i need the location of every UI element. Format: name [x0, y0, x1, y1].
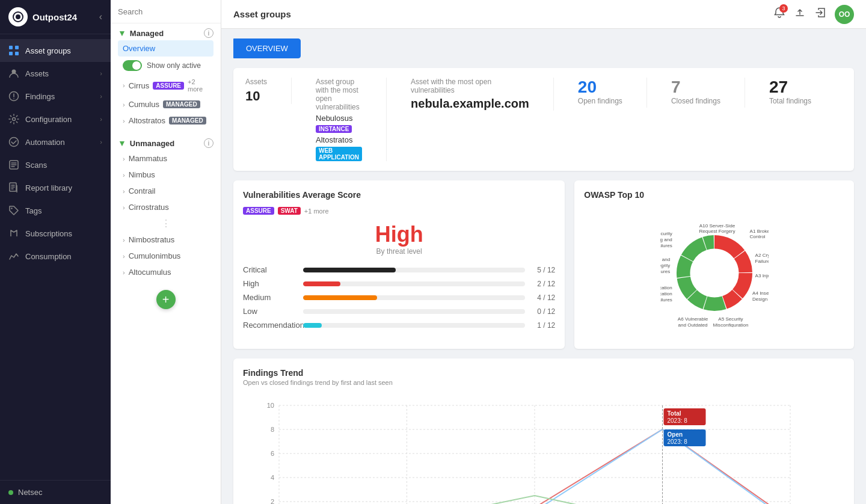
unmanaged-info-icon[interactable]: i — [204, 138, 213, 148]
cumulonimbus-expand-icon: › — [123, 253, 125, 260]
bar-track — [303, 281, 525, 286]
trend-chart-area: 024681020202021202220232024Total2023: 8O… — [243, 393, 844, 504]
sidebar-item-subscriptions[interactable]: Subscriptions — [0, 222, 111, 245]
sidebar: Outpost24 ‹ Asset groups Assets › — [0, 0, 111, 504]
findings-icon — [8, 91, 19, 102]
add-group-button[interactable]: + — [156, 290, 176, 309]
app-logo: Outpost24 ‹ — [0, 0, 111, 34]
stats-row: Assets 10 Asset group with the most open… — [233, 68, 854, 171]
panel-item-cirrus-name: Cirrus — [129, 81, 150, 90]
trend-card: Findings Trend Open vs closed findings t… — [233, 358, 854, 504]
cumulus-managed-tag: MANAGED — [163, 100, 200, 108]
total-findings-value: 27 — [769, 78, 811, 97]
most-open-host: nebula.example.com — [411, 97, 529, 111]
sidebar-item-asset-groups[interactable]: Asset groups — [0, 39, 111, 62]
svg-text:Control: Control — [749, 234, 765, 239]
owasp-card: OWASP Top 10 A10 Server-SideRequest Forg… — [574, 180, 854, 349]
managed-info-icon[interactable]: i — [204, 28, 213, 38]
bar-count: 2 / 12 — [531, 280, 555, 288]
panel-item-overview[interactable]: Overview — [118, 40, 213, 57]
sidebar-bottom[interactable]: Netsec — [0, 480, 111, 504]
sidebar-collapse-button[interactable]: ‹ — [99, 11, 102, 22]
stat-most-open-asset: Asset with the most open vulnerabilities… — [411, 78, 554, 111]
panel-item-cumulonimbus[interactable]: › Cumulonimbus — [118, 248, 213, 264]
stat-assets: Assets 10 — [245, 78, 292, 104]
bar-count: 5 / 12 — [531, 266, 555, 274]
vuln-score-level: High — [243, 222, 555, 247]
user-avatar[interactable]: OO — [835, 5, 854, 24]
closed-findings-value: 7 — [671, 78, 720, 97]
main-area: Asset groups 3 OO OVERVIEW Assets 10 — [221, 0, 866, 504]
topbar: Asset groups 3 OO — [221, 0, 866, 29]
sidebar-item-assets[interactable]: Assets › — [0, 62, 111, 85]
configuration-arrow-icon: › — [100, 115, 102, 123]
sidebar-bottom-label: Netsec — [18, 488, 42, 497]
panel-item-nimbus[interactable]: › Nimbus — [118, 167, 213, 183]
bar-track — [303, 309, 525, 314]
cirrus-more-link[interactable]: +2 more — [188, 78, 209, 93]
panel-item-contrail[interactable]: › Contrail — [118, 183, 213, 199]
unmanaged-section-header[interactable]: ▼ Unmanaged i — [118, 138, 213, 148]
vuln-tag-more[interactable]: +1 more — [304, 207, 329, 215]
sidebar-item-findings[interactable]: Findings › — [0, 85, 111, 108]
sidebar-item-automation[interactable]: Automation › — [0, 131, 111, 153]
assets-value: 10 — [245, 88, 267, 104]
panel-item-altocumulus[interactable]: › Altocumulus — [118, 264, 213, 280]
svg-text:Logging and: Logging and — [660, 237, 672, 242]
svg-text:A4 Insecure: A4 Insecure — [752, 290, 769, 296]
vuln-tag-assure[interactable]: ASSURE — [243, 207, 274, 215]
panel-item-overview-label: Overview — [123, 44, 155, 53]
unmanaged-section-label: Unmanaged — [130, 139, 174, 148]
scans-icon — [8, 159, 19, 170]
sidebar-item-label-subscriptions: Subscriptions — [25, 229, 102, 238]
svg-rect-4 — [9, 52, 13, 55]
bar-fill — [303, 268, 396, 272]
vuln-group-tags2: Altostratos WEB APPLICATION — [316, 135, 362, 161]
managed-section-header[interactable]: ▼ Managed i — [118, 28, 213, 38]
cumulus-expand-icon: › — [123, 101, 125, 108]
stat-closed-findings: 7 Closed findings — [671, 78, 745, 108]
app-name: Outpost24 — [32, 12, 77, 22]
status-dot — [8, 490, 13, 495]
logout-button[interactable] — [814, 7, 826, 22]
svg-text:A9 Security: A9 Security — [660, 231, 673, 236]
bar-count: 1 / 12 — [531, 321, 555, 330]
sidebar-item-consumption[interactable]: Consumption — [0, 245, 111, 268]
sidebar-item-tags[interactable]: Tags — [0, 199, 111, 222]
unmanaged-section: ▼ Unmanaged i › Mammatus › Nimbus › Cont… — [111, 134, 221, 285]
configuration-icon — [8, 114, 19, 124]
assets-arrow-icon: › — [100, 70, 102, 77]
sidebar-item-label-automation: Automation — [25, 138, 94, 147]
svg-text:and Authentication: and Authentication — [660, 291, 672, 297]
svg-rect-3 — [15, 46, 19, 49]
sidebar-item-configuration[interactable]: Configuration › — [0, 108, 111, 131]
panel-item-nimbostratus[interactable]: › Nimbostratus — [118, 232, 213, 248]
tags-icon — [8, 205, 19, 216]
svg-text:8: 8 — [271, 426, 274, 433]
bar-track — [303, 295, 525, 300]
upload-button[interactable] — [794, 7, 806, 22]
stat-open-findings: 20 Open findings — [578, 78, 647, 108]
sidebar-item-scans[interactable]: Scans — [0, 153, 111, 176]
panel-item-mammatus-name: Mammatus — [129, 154, 167, 163]
sidebar-item-label-tags: Tags — [25, 206, 102, 215]
sidebar-item-report-library[interactable]: Report library — [0, 176, 111, 199]
panel-item-cirrus[interactable]: › Cirrus ASSURE +2 more — [118, 75, 213, 96]
open-findings-value: 20 — [578, 78, 622, 97]
sidebar-item-label-assets: Assets — [25, 69, 94, 78]
assets-label: Assets — [245, 78, 267, 86]
panel-item-mammatus[interactable]: › Mammatus — [118, 150, 213, 167]
search-input[interactable] — [118, 7, 213, 16]
bar-fill — [303, 323, 322, 328]
owasp-title: OWASP Top 10 — [584, 190, 844, 200]
bar-track — [303, 323, 525, 328]
bar-track — [303, 268, 525, 272]
show-only-active-toggle[interactable] — [123, 60, 142, 71]
panel-item-cirrostratus[interactable]: › Cirrostratus — [118, 199, 213, 215]
panel-item-altostratos[interactable]: › Altostratos MANAGED — [118, 112, 213, 129]
panel-item-cumulus[interactable]: › Cumulus MANAGED — [118, 96, 213, 112]
vuln-tag-swat[interactable]: SWAT — [278, 207, 301, 215]
sidebar-item-label-asset-groups: Asset groups — [25, 46, 102, 55]
tab-overview[interactable]: OVERVIEW — [233, 38, 301, 58]
notification-bell-button[interactable]: 3 — [773, 7, 785, 22]
